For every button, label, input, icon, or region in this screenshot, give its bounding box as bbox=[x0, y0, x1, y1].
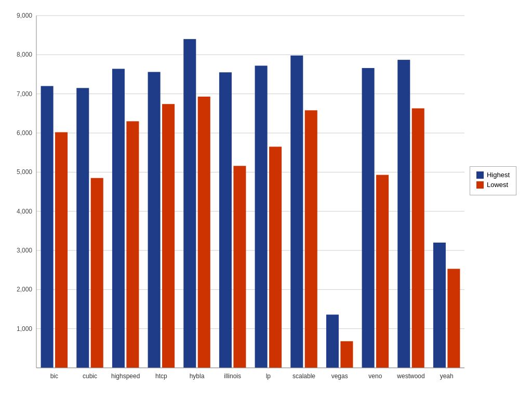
svg-text:7,000: 7,000 bbox=[17, 90, 32, 98]
svg-rect-22 bbox=[76, 88, 89, 368]
highest-color-swatch bbox=[476, 171, 484, 179]
svg-rect-34 bbox=[219, 72, 232, 368]
svg-text:veno: veno bbox=[368, 373, 382, 380]
svg-text:9,000: 9,000 bbox=[17, 12, 32, 19]
svg-text:htcp: htcp bbox=[155, 373, 167, 380]
legend-lowest-label: Lowest bbox=[487, 181, 508, 189]
svg-rect-40 bbox=[290, 56, 303, 368]
svg-rect-53 bbox=[447, 269, 460, 368]
svg-text:2,000: 2,000 bbox=[17, 286, 32, 293]
svg-text:4,000: 4,000 bbox=[17, 208, 32, 215]
svg-rect-20 bbox=[55, 132, 68, 368]
bar-chart: 1,0002,0003,0004,0005,0006,0007,0008,000… bbox=[0, 0, 532, 399]
svg-text:3,000: 3,000 bbox=[17, 247, 32, 254]
legend-item-highest: Highest bbox=[476, 171, 510, 179]
svg-rect-26 bbox=[126, 121, 139, 368]
svg-rect-29 bbox=[162, 104, 175, 368]
svg-text:illinois: illinois bbox=[224, 373, 241, 380]
svg-text:scalable: scalable bbox=[292, 373, 315, 380]
svg-text:yeah: yeah bbox=[440, 373, 454, 380]
svg-rect-32 bbox=[198, 97, 210, 368]
svg-text:5,000: 5,000 bbox=[17, 168, 32, 176]
svg-text:highspeed: highspeed bbox=[111, 373, 140, 380]
legend-highest-label: Highest bbox=[487, 171, 510, 179]
svg-rect-38 bbox=[269, 147, 282, 368]
svg-text:8,000: 8,000 bbox=[17, 51, 32, 58]
chart-container: 1,0002,0003,0004,0005,0006,0007,0008,000… bbox=[0, 0, 532, 399]
svg-text:6,000: 6,000 bbox=[17, 129, 32, 137]
svg-rect-44 bbox=[340, 341, 353, 368]
svg-rect-23 bbox=[91, 178, 103, 368]
legend-item-lowest: Lowest bbox=[476, 181, 510, 189]
svg-text:vegas: vegas bbox=[331, 373, 348, 380]
legend: Highest Lowest bbox=[470, 166, 516, 195]
svg-text:westwood: westwood bbox=[396, 373, 424, 380]
svg-rect-25 bbox=[112, 69, 125, 368]
svg-rect-47 bbox=[376, 175, 389, 368]
svg-rect-37 bbox=[255, 65, 268, 368]
svg-rect-28 bbox=[148, 72, 161, 368]
svg-text:lp: lp bbox=[266, 373, 271, 380]
svg-rect-50 bbox=[412, 109, 424, 368]
svg-rect-49 bbox=[397, 60, 410, 368]
svg-rect-46 bbox=[362, 68, 375, 368]
svg-text:hybla: hybla bbox=[190, 373, 205, 380]
svg-rect-41 bbox=[305, 110, 317, 368]
svg-text:bic: bic bbox=[50, 373, 58, 380]
svg-rect-35 bbox=[233, 166, 246, 368]
lowest-color-swatch bbox=[476, 181, 484, 189]
svg-rect-19 bbox=[41, 86, 54, 368]
svg-rect-52 bbox=[433, 243, 446, 368]
svg-text:1,000: 1,000 bbox=[17, 325, 32, 332]
svg-text:cubic: cubic bbox=[83, 373, 97, 380]
svg-rect-43 bbox=[326, 315, 339, 368]
svg-rect-31 bbox=[183, 39, 196, 368]
